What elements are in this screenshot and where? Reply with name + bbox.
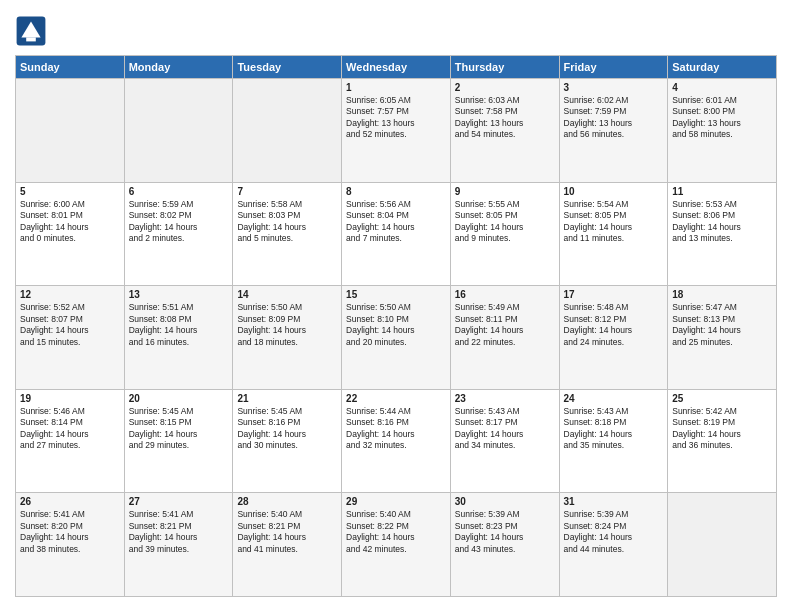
day-cell: 27Sunrise: 5:41 AM Sunset: 8:21 PM Dayli… [124,493,233,597]
day-info: Sunrise: 5:43 AM Sunset: 8:17 PM Dayligh… [455,406,555,452]
day-info: Sunrise: 6:02 AM Sunset: 7:59 PM Dayligh… [564,95,664,141]
day-number: 25 [672,393,772,404]
day-number: 9 [455,186,555,197]
day-number: 18 [672,289,772,300]
day-cell: 30Sunrise: 5:39 AM Sunset: 8:23 PM Dayli… [450,493,559,597]
day-info: Sunrise: 6:01 AM Sunset: 8:00 PM Dayligh… [672,95,772,141]
day-number: 19 [20,393,120,404]
day-cell: 21Sunrise: 5:45 AM Sunset: 8:16 PM Dayli… [233,389,342,493]
day-cell: 26Sunrise: 5:41 AM Sunset: 8:20 PM Dayli… [16,493,125,597]
day-cell: 1Sunrise: 6:05 AM Sunset: 7:57 PM Daylig… [342,79,451,183]
day-number: 21 [237,393,337,404]
day-info: Sunrise: 5:45 AM Sunset: 8:15 PM Dayligh… [129,406,229,452]
day-info: Sunrise: 5:52 AM Sunset: 8:07 PM Dayligh… [20,302,120,348]
day-info: Sunrise: 5:46 AM Sunset: 8:14 PM Dayligh… [20,406,120,452]
day-info: Sunrise: 5:43 AM Sunset: 8:18 PM Dayligh… [564,406,664,452]
day-number: 1 [346,82,446,93]
day-info: Sunrise: 5:44 AM Sunset: 8:16 PM Dayligh… [346,406,446,452]
logo-icon [15,15,47,47]
day-info: Sunrise: 5:49 AM Sunset: 8:11 PM Dayligh… [455,302,555,348]
day-cell: 17Sunrise: 5:48 AM Sunset: 8:12 PM Dayli… [559,286,668,390]
day-info: Sunrise: 5:56 AM Sunset: 8:04 PM Dayligh… [346,199,446,245]
svg-rect-2 [26,37,36,41]
day-info: Sunrise: 5:58 AM Sunset: 8:03 PM Dayligh… [237,199,337,245]
day-info: Sunrise: 5:50 AM Sunset: 8:10 PM Dayligh… [346,302,446,348]
day-info: Sunrise: 5:40 AM Sunset: 8:22 PM Dayligh… [346,509,446,555]
day-number: 27 [129,496,229,507]
day-info: Sunrise: 6:00 AM Sunset: 8:01 PM Dayligh… [20,199,120,245]
day-cell: 14Sunrise: 5:50 AM Sunset: 8:09 PM Dayli… [233,286,342,390]
day-number: 29 [346,496,446,507]
day-cell: 23Sunrise: 5:43 AM Sunset: 8:17 PM Dayli… [450,389,559,493]
day-cell: 13Sunrise: 5:51 AM Sunset: 8:08 PM Dayli… [124,286,233,390]
day-cell: 29Sunrise: 5:40 AM Sunset: 8:22 PM Dayli… [342,493,451,597]
day-cell: 9Sunrise: 5:55 AM Sunset: 8:05 PM Daylig… [450,182,559,286]
day-info: Sunrise: 5:54 AM Sunset: 8:05 PM Dayligh… [564,199,664,245]
day-cell: 20Sunrise: 5:45 AM Sunset: 8:15 PM Dayli… [124,389,233,493]
day-number: 16 [455,289,555,300]
day-cell: 2Sunrise: 6:03 AM Sunset: 7:58 PM Daylig… [450,79,559,183]
day-cell: 15Sunrise: 5:50 AM Sunset: 8:10 PM Dayli… [342,286,451,390]
day-cell: 22Sunrise: 5:44 AM Sunset: 8:16 PM Dayli… [342,389,451,493]
day-number: 15 [346,289,446,300]
day-info: Sunrise: 5:39 AM Sunset: 8:24 PM Dayligh… [564,509,664,555]
day-info: Sunrise: 5:47 AM Sunset: 8:13 PM Dayligh… [672,302,772,348]
day-info: Sunrise: 5:41 AM Sunset: 8:21 PM Dayligh… [129,509,229,555]
day-info: Sunrise: 5:41 AM Sunset: 8:20 PM Dayligh… [20,509,120,555]
day-info: Sunrise: 5:45 AM Sunset: 8:16 PM Dayligh… [237,406,337,452]
day-cell: 4Sunrise: 6:01 AM Sunset: 8:00 PM Daylig… [668,79,777,183]
day-number: 24 [564,393,664,404]
day-info: Sunrise: 5:48 AM Sunset: 8:12 PM Dayligh… [564,302,664,348]
col-header-sunday: Sunday [16,56,125,79]
day-cell: 18Sunrise: 5:47 AM Sunset: 8:13 PM Dayli… [668,286,777,390]
calendar-header-row: SundayMondayTuesdayWednesdayThursdayFrid… [16,56,777,79]
day-info: Sunrise: 5:59 AM Sunset: 8:02 PM Dayligh… [129,199,229,245]
day-number: 28 [237,496,337,507]
day-cell: 5Sunrise: 6:00 AM Sunset: 8:01 PM Daylig… [16,182,125,286]
day-cell: 24Sunrise: 5:43 AM Sunset: 8:18 PM Dayli… [559,389,668,493]
day-cell: 3Sunrise: 6:02 AM Sunset: 7:59 PM Daylig… [559,79,668,183]
day-info: Sunrise: 5:55 AM Sunset: 8:05 PM Dayligh… [455,199,555,245]
day-cell: 16Sunrise: 5:49 AM Sunset: 8:11 PM Dayli… [450,286,559,390]
week-row-5: 26Sunrise: 5:41 AM Sunset: 8:20 PM Dayli… [16,493,777,597]
day-number: 3 [564,82,664,93]
day-number: 31 [564,496,664,507]
day-number: 30 [455,496,555,507]
day-number: 14 [237,289,337,300]
day-cell [124,79,233,183]
day-cell: 10Sunrise: 5:54 AM Sunset: 8:05 PM Dayli… [559,182,668,286]
week-row-3: 12Sunrise: 5:52 AM Sunset: 8:07 PM Dayli… [16,286,777,390]
day-cell: 11Sunrise: 5:53 AM Sunset: 8:06 PM Dayli… [668,182,777,286]
day-number: 12 [20,289,120,300]
day-info: Sunrise: 5:40 AM Sunset: 8:21 PM Dayligh… [237,509,337,555]
logo [15,15,51,47]
day-cell: 8Sunrise: 5:56 AM Sunset: 8:04 PM Daylig… [342,182,451,286]
day-cell: 31Sunrise: 5:39 AM Sunset: 8:24 PM Dayli… [559,493,668,597]
header [15,15,777,47]
day-cell: 12Sunrise: 5:52 AM Sunset: 8:07 PM Dayli… [16,286,125,390]
day-info: Sunrise: 5:53 AM Sunset: 8:06 PM Dayligh… [672,199,772,245]
day-cell [668,493,777,597]
week-row-1: 1Sunrise: 6:05 AM Sunset: 7:57 PM Daylig… [16,79,777,183]
day-info: Sunrise: 5:42 AM Sunset: 8:19 PM Dayligh… [672,406,772,452]
day-cell: 19Sunrise: 5:46 AM Sunset: 8:14 PM Dayli… [16,389,125,493]
day-number: 7 [237,186,337,197]
day-number: 10 [564,186,664,197]
day-cell: 6Sunrise: 5:59 AM Sunset: 8:02 PM Daylig… [124,182,233,286]
day-number: 26 [20,496,120,507]
day-number: 4 [672,82,772,93]
day-number: 11 [672,186,772,197]
calendar: SundayMondayTuesdayWednesdayThursdayFrid… [15,55,777,597]
col-header-wednesday: Wednesday [342,56,451,79]
day-number: 2 [455,82,555,93]
day-info: Sunrise: 5:50 AM Sunset: 8:09 PM Dayligh… [237,302,337,348]
col-header-saturday: Saturday [668,56,777,79]
day-info: Sunrise: 6:05 AM Sunset: 7:57 PM Dayligh… [346,95,446,141]
day-info: Sunrise: 6:03 AM Sunset: 7:58 PM Dayligh… [455,95,555,141]
week-row-4: 19Sunrise: 5:46 AM Sunset: 8:14 PM Dayli… [16,389,777,493]
day-number: 22 [346,393,446,404]
day-cell: 7Sunrise: 5:58 AM Sunset: 8:03 PM Daylig… [233,182,342,286]
day-cell: 25Sunrise: 5:42 AM Sunset: 8:19 PM Dayli… [668,389,777,493]
day-number: 17 [564,289,664,300]
day-cell: 28Sunrise: 5:40 AM Sunset: 8:21 PM Dayli… [233,493,342,597]
